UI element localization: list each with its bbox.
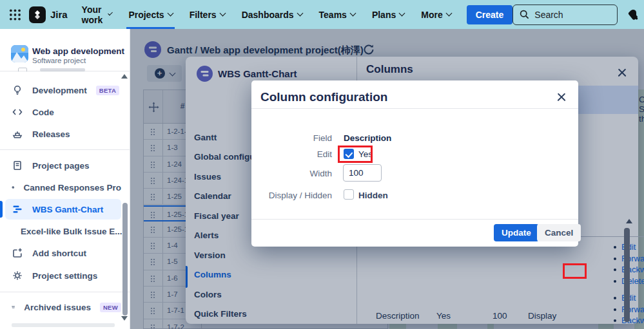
modal-close-button[interactable] [555, 91, 568, 104]
sidebar-item-code[interactable]: Code [5, 102, 121, 122]
sidebar-item-project-pages[interactable]: Project pages [5, 155, 121, 176]
sidebar-item-development[interactable]: Development BETA [5, 80, 121, 100]
sidebar-item-releases[interactable]: Releases [5, 124, 121, 144]
display-hidden-label: Display / Hidden [251, 191, 332, 200]
scroll-down-arrow[interactable] [121, 316, 128, 321]
project-name: Web app development ... [32, 46, 126, 56]
sidebar-item-add-shortcut[interactable]: Add shortcut [5, 243, 121, 263]
sidebar-item-excel-like-bulk[interactable]: Excel-like Bulk Issue E... [5, 221, 121, 241]
hidden-checkbox[interactable] [344, 189, 354, 200]
archive-box-icon [12, 301, 15, 313]
nav-item-projects[interactable]: Projects [128, 0, 172, 29]
chevron-down-icon [297, 10, 303, 17]
jira-mark-icon [29, 6, 46, 23]
divider [0, 149, 130, 150]
jira-logo[interactable]: Jira [29, 6, 68, 23]
new-badge: NEW [100, 303, 121, 312]
divider [251, 219, 578, 220]
search-box[interactable] [512, 5, 618, 25]
column-configuration-modal: Column configuration Field Description E… [251, 80, 578, 247]
edit-checkbox-label: Yes [358, 149, 373, 159]
search-icon [520, 10, 529, 19]
notifications-bell-icon[interactable] [627, 8, 639, 21]
nav-item-your-work[interactable]: Your work [82, 0, 112, 29]
beta-badge: BETA [96, 86, 119, 95]
project-sidebar: Web app development ... Software project… [0, 29, 130, 329]
selected-indicator [0, 201, 3, 218]
chevron-down-icon [399, 10, 405, 17]
sidebar-item-wbs-gantt-chart[interactable]: WBS Gantt-Chart [5, 199, 121, 220]
divider [0, 292, 130, 292]
jira-logo-text: Jira [50, 9, 68, 20]
code-icon [12, 106, 23, 118]
divider [251, 108, 578, 109]
search-input[interactable] [534, 10, 605, 20]
top-nav: Jira Your work Projects Filters Dashboar… [0, 0, 644, 29]
chevron-down-icon [167, 10, 173, 17]
nav-menu: Your work Projects Filters Dashboards Te… [82, 0, 451, 29]
add-shortcut-icon [12, 247, 23, 259]
pages-icon [12, 160, 23, 171]
edit-label: Edit [251, 149, 332, 159]
field-label: Field [251, 133, 332, 143]
nav-item-plans[interactable]: Plans [372, 0, 404, 29]
chevron-down-icon [219, 10, 226, 17]
chevron-down-icon [108, 11, 113, 16]
gear-icon [12, 270, 23, 281]
nav-item-dashboards[interactable]: Dashboards [242, 0, 302, 29]
lightbulb-icon [12, 84, 23, 96]
app-window: Jira Your work Projects Filters Dashboar… [0, 0, 644, 329]
edit-checkbox[interactable] [344, 149, 354, 159]
chevron-down-icon [349, 10, 356, 17]
update-button[interactable]: Update [494, 224, 539, 241]
ship-icon [12, 128, 23, 140]
project-avatar [11, 45, 28, 62]
sidebar-item-project-settings[interactable]: Project settings [5, 265, 121, 286]
partially-scrolled-item [10, 66, 107, 71]
project-type: Software project [32, 57, 86, 64]
width-label: Width [251, 169, 332, 178]
chevron-down-icon [445, 10, 452, 17]
create-button[interactable]: Create [467, 5, 513, 24]
nav-item-more[interactable]: More [421, 0, 451, 29]
width-input[interactable] [343, 164, 382, 182]
sidebar-scrollbar[interactable] [122, 203, 128, 315]
nav-item-filters[interactable]: Filters [190, 0, 225, 29]
cancel-button[interactable]: Cancel [537, 224, 581, 241]
project-header: Web app development ... Software project [0, 29, 130, 70]
hidden-checkbox-label: Hidden [358, 191, 388, 200]
sidebar-item-canned-responses[interactable]: Canned Responses Pro [5, 177, 121, 198]
gantt-icon [12, 203, 23, 215]
sidebar-item-archived-issues[interactable]: Archived issues NEW [5, 297, 121, 317]
close-icon [555, 91, 568, 104]
scroll-up-arrow[interactable] [121, 74, 128, 79]
field-value: Description [344, 133, 391, 143]
partially-scrolled-item [12, 323, 115, 327]
modal-title: Column configuration [260, 90, 387, 104]
app-switcher-icon[interactable] [9, 8, 21, 21]
nav-item-teams[interactable]: Teams [319, 0, 355, 29]
reply-circle-icon [12, 182, 14, 193]
